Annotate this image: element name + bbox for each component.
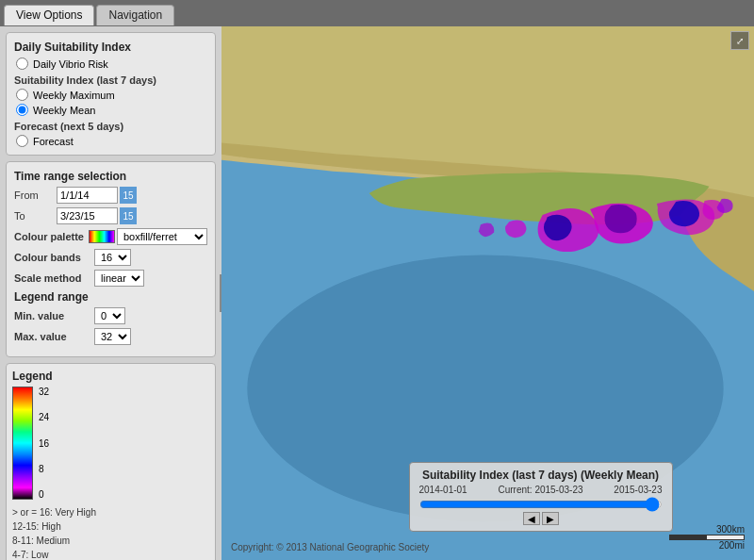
forecast-label: Forecast <box>33 136 74 147</box>
map-area: ⤢ Suitability Index (last 7 days) (Weekl… <box>221 26 754 560</box>
from-label: From <box>14 189 57 201</box>
weekly-mean-radio[interactable] <box>16 104 28 116</box>
scale-method-select[interactable]: linear log <box>94 270 144 287</box>
min-value-row: Min. value 0 4 8 <box>14 307 207 324</box>
daily-vibrio-option[interactable]: Daily Vibrio Risk <box>16 58 207 70</box>
app: View Options Navigation Daily Suitabilit… <box>0 0 754 560</box>
to-date-button[interactable]: 15 <box>120 207 137 224</box>
info-box: Suitability Index (last 7 days) (Weekly … <box>409 462 673 532</box>
forecast-radio[interactable] <box>16 135 28 147</box>
weekly-max-label: Weekly Maximum <box>33 90 115 101</box>
time-range-section: Time range selection From 15 To 15 Colou… <box>6 161 216 357</box>
daily-vibrio-radio[interactable] <box>16 58 28 70</box>
to-date-input[interactable] <box>57 207 118 224</box>
legend-description: > or = 16: Very High 12-15: High 8-11: M… <box>12 500 209 560</box>
legend-desc-2: 8-11: Medium <box>12 534 209 548</box>
legend-label-24: 24 <box>39 412 49 422</box>
from-date-input[interactable] <box>57 187 118 204</box>
colour-bands-label: Colour bands <box>14 252 94 263</box>
legend-label-16: 16 <box>39 438 49 449</box>
daily-section-title: Daily Suitability Index <box>14 41 207 54</box>
weekly-max-radio[interactable] <box>16 89 28 101</box>
forecast-radio-group: Forecast <box>16 135 207 147</box>
legend-labels: 32 24 16 8 0 <box>39 387 49 500</box>
legend-desc-1: 12-15: High <box>12 519 209 534</box>
legend-label-0: 0 <box>39 489 49 500</box>
tab-navigation[interactable]: Navigation <box>96 5 174 25</box>
scale-top-value: 300km <box>716 524 745 535</box>
to-label: To <box>14 210 57 222</box>
info-start-date: 2014-01-01 <box>419 485 467 495</box>
weekly-mean-option[interactable]: Weekly Mean <box>16 104 207 116</box>
max-value-row: Max. value 16 24 32 <box>14 328 207 345</box>
collapse-panel-button[interactable]: ‹ <box>220 274 221 312</box>
legend-label-32: 32 <box>39 387 49 397</box>
colour-palette-label: Colour palette <box>14 231 89 242</box>
legend-gradient-bar <box>12 387 33 500</box>
legend-desc-0: > or = 16: Very High <box>12 505 209 519</box>
maximize-button[interactable]: ⤢ <box>730 31 749 50</box>
legend-visual: 32 24 16 8 0 <box>12 387 209 500</box>
daily-vibrio-label: Daily Vibrio Risk <box>33 58 108 70</box>
legend-label-8: 8 <box>39 464 49 474</box>
weekly-max-option[interactable]: Weekly Maximum <box>16 89 207 101</box>
tab-bar: View Options Navigation <box>0 0 754 26</box>
timeline-slider[interactable] <box>419 500 663 509</box>
suitability-subtitle: Suitability Index (last 7 days) <box>14 74 207 86</box>
from-date-button[interactable]: 15 <box>120 187 137 204</box>
from-row: From 15 <box>14 187 207 204</box>
max-value-select[interactable]: 16 24 32 <box>94 328 131 345</box>
max-value-label: Max. value <box>14 331 94 342</box>
min-value-select[interactable]: 0 4 8 <box>94 307 125 324</box>
time-range-title: Time range selection <box>14 170 207 183</box>
min-value-label: Min. value <box>14 310 94 321</box>
daily-radio-group: Daily Vibrio Risk <box>16 58 207 70</box>
info-current-date: 2015-03-23 <box>534 485 582 495</box>
copyright-text: Copyright: © 2013 National Geographic So… <box>231 542 429 552</box>
forecast-option[interactable]: Forecast <box>16 135 207 147</box>
scale-line: 300km 200mi <box>669 524 745 551</box>
suitability-radio-group: Weekly Maximum Weekly Mean <box>16 89 207 116</box>
colour-bands-row: Colour bands 8 16 32 64 <box>14 249 207 266</box>
main-content: Daily Suitability Index Daily Vibrio Ris… <box>0 26 754 560</box>
colour-palette-select[interactable]: boxfill/ferret boxfill/rainbow <box>117 228 207 245</box>
scale-bar: 300km 200mi <box>669 524 745 551</box>
scale-bottom-value: 200mi <box>719 540 745 551</box>
forecast-subtitle: Forecast (next 5 days) <box>14 121 207 132</box>
legend-desc-3: 4-7: Low <box>12 548 209 560</box>
weekly-mean-label: Weekly Mean <box>33 105 95 116</box>
palette-preview-swatch <box>89 230 115 243</box>
info-current: Current: 2015-03-23 <box>498 485 582 495</box>
slider-back-button[interactable]: ◀ <box>523 512 540 525</box>
daily-suitability-section: Daily Suitability Index Daily Vibrio Ris… <box>6 32 216 156</box>
left-panel: Daily Suitability Index Daily Vibrio Ris… <box>0 26 221 560</box>
info-box-title: Suitability Index (last 7 days) (Weekly … <box>419 469 663 482</box>
tab-view-options[interactable]: View Options <box>4 5 94 25</box>
slider-controls: ◀ ▶ <box>419 512 663 525</box>
colour-palette-row: Colour palette boxfill/ferret boxfill/ra… <box>14 228 207 245</box>
colour-bands-select[interactable]: 8 16 32 64 <box>94 249 131 266</box>
info-end-date: 2015-03-23 <box>614 485 662 495</box>
scale-method-label: Scale method <box>14 272 94 284</box>
info-box-dates: 2014-01-01 Current: 2015-03-23 2015-03-2… <box>419 485 663 495</box>
legend-section: Legend 32 24 16 8 0 > or = 16: Very High… <box>6 363 216 560</box>
legend-title: Legend <box>12 370 209 383</box>
info-current-label: Current: <box>498 485 532 495</box>
slider-forward-button[interactable]: ▶ <box>542 512 559 525</box>
scale-method-row: Scale method linear log <box>14 270 207 287</box>
legend-range-title: Legend range <box>14 290 207 304</box>
to-row: To 15 <box>14 207 207 224</box>
